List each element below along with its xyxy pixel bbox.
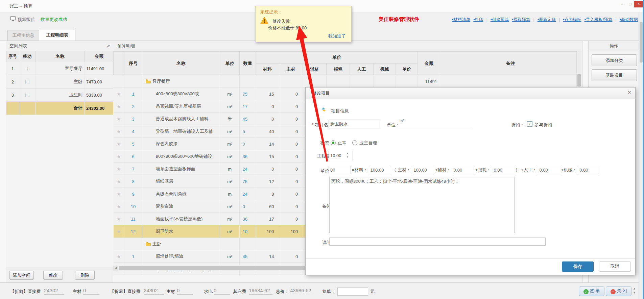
item-no-link[interactable]: 3 (124, 113, 142, 125)
collapse-icon[interactable]: « (107, 41, 110, 51)
remark-textarea[interactable]: 丙纶，国标300克；工艺：扫尘-平地-底油-面油-闭水试炼48小时； (329, 177, 515, 233)
machine-input[interactable] (578, 166, 600, 174)
discount-checkbox[interactable]: ✓ (527, 121, 532, 127)
water-electric-label: 水电 (204, 289, 213, 295)
scrollbar-thumb[interactable] (640, 22, 643, 63)
price-formula-row: =材料： （ 主材： +辅材： +损耗： ） +人工： +机械： (329, 166, 600, 174)
status-normal-radio[interactable] (331, 140, 336, 145)
stepper-arrows-icon[interactable]: ▲▼ (345, 151, 350, 160)
item-main-material: 0 (279, 100, 303, 113)
modify-item-dialog: 修改项目 × 项目信息 * 项目名称 单位： m² 折扣： ✓ 参与折扣 状态 … (305, 87, 636, 275)
item-main-material: 0 (279, 138, 303, 150)
item-name-input[interactable] (329, 120, 380, 128)
maximize-button[interactable]: □ (626, 1, 634, 7)
col-unit: 单位 (220, 52, 240, 75)
group-row[interactable]: 客厅餐厅11491 (114, 75, 581, 88)
page-vertical-scrollbar[interactable] (639, 12, 643, 299)
material-input[interactable] (369, 166, 391, 174)
unit-price-input[interactable] (329, 166, 351, 174)
item-no-link[interactable]: 2 (124, 100, 142, 113)
item-no-link[interactable]: 10 (124, 200, 142, 213)
close-order-button[interactable]: −关 闭 (606, 286, 631, 296)
move-up-icon[interactable]: ↑ (24, 79, 27, 84)
move-down-icon[interactable]: ↓ (26, 66, 29, 71)
item-no-link[interactable]: 4 (124, 125, 142, 138)
favorite-star-icon[interactable]: ★ (114, 213, 124, 225)
favorite-star-icon[interactable]: ★ (114, 188, 124, 200)
unit-input[interactable] (397, 120, 471, 129)
description-input[interactable] (329, 238, 546, 246)
add-space-button[interactable]: 添加空间 (9, 271, 34, 280)
item-unit: m² (220, 175, 240, 188)
favorite-star-icon[interactable]: ★ (114, 88, 124, 100)
toolbar-link[interactable]: •创建预算 (491, 17, 509, 23)
item-no-link[interactable]: 7 (124, 163, 142, 175)
item-no-link[interactable]: 1 (124, 250, 142, 263)
cancel-button[interactable]: 取消 (599, 261, 631, 272)
base-items-button[interactable]: 基装项目 (592, 69, 637, 81)
item-material: 0 (256, 100, 279, 113)
item-no-link[interactable]: 6 (124, 150, 142, 163)
favorite-star-icon[interactable]: ★ (114, 100, 124, 113)
item-no-link[interactable]: 9 (124, 188, 142, 200)
col-unit-price: 单价 (396, 64, 418, 75)
labor-input[interactable] (538, 166, 560, 174)
delete-space-button[interactable]: 删除 (75, 271, 95, 280)
space-row-name: 客厅餐厅 (35, 62, 85, 75)
pre-main-label: 主材 (73, 289, 81, 295)
favorite-star-icon[interactable]: ★ (114, 225, 124, 238)
favorite-star-icon[interactable]: ★ (114, 200, 124, 213)
item-name: 高级石膏阴角线 (142, 188, 220, 200)
favorite-star-icon[interactable]: ★ (114, 175, 124, 188)
favorite-star-icon[interactable]: ★ (114, 113, 124, 125)
main-material-input[interactable] (412, 166, 434, 174)
tab-detail-sheet[interactable]: 工程明细表 (39, 29, 75, 41)
favorite-star-icon[interactable]: ★ (114, 150, 124, 163)
item-material: 40 (256, 125, 279, 138)
toolbar-link[interactable]: •打印 (473, 17, 483, 23)
add-category-button[interactable]: 添加分类 (592, 54, 637, 66)
toolbar-link[interactable]: •提取预算 (512, 17, 530, 23)
space-row[interactable]: 3↑↓卫生间5338.00 (6, 89, 114, 102)
move-up-icon[interactable]: ↑ (24, 92, 27, 98)
sign-order-button[interactable]: ✓签 单 (579, 286, 604, 296)
move-down-icon[interactable]: ↓ (27, 92, 31, 98)
item-no-link[interactable]: 12 (124, 225, 142, 238)
group-name: 客厅餐厅 (142, 75, 220, 88)
scrollbar-thumb[interactable] (577, 74, 581, 86)
toolbar-link[interactable]: •导入模板/预算 (585, 17, 613, 23)
item-no-link[interactable]: 1 (124, 88, 142, 100)
item-qty: 10 (240, 225, 256, 238)
close-labor-label: ） +人工： (515, 167, 536, 173)
toolbar-link[interactable]: •存为模板 (563, 17, 581, 23)
dialog-close-icon[interactable]: × (628, 89, 631, 96)
tab-main-info[interactable]: 工程主信息 (7, 30, 39, 41)
item-no-link[interactable]: 8 (124, 175, 142, 188)
scroll-up-down-icons[interactable]: ▲▼ (633, 286, 636, 295)
item-name: 800×800或600×600地砖铺设 (142, 150, 220, 163)
favorite-star-icon[interactable]: ★ (114, 125, 124, 138)
sign-amount-input[interactable] (337, 288, 368, 296)
edit-space-button[interactable]: 修改 (43, 271, 63, 280)
aux-material-input[interactable] (452, 166, 474, 174)
space-row[interactable]: 2↑↓主卧7473.00 (6, 75, 114, 89)
loss-input[interactable] (492, 166, 514, 174)
alert-dismiss-link[interactable]: 我知道了 (328, 33, 346, 39)
dialog-header[interactable]: 修改项目 × (306, 88, 635, 99)
favorite-star-icon[interactable]: ★ (114, 163, 124, 175)
toolbar-link[interactable]: •基础数据 (620, 17, 638, 23)
save-button[interactable]: 保存 (562, 261, 594, 272)
toolbar-link[interactable]: •刷新定额 (538, 17, 556, 23)
status-owner-radio[interactable] (352, 140, 357, 145)
space-row[interactable]: 1↓客厅餐厅11491.00 (6, 62, 114, 75)
toolbar-link[interactable]: •材料清单 (452, 17, 470, 23)
favorite-star-icon[interactable]: ★ (114, 250, 124, 263)
close-button[interactable]: × (634, 1, 643, 7)
favorite-star-icon[interactable]: ★ (114, 138, 124, 150)
item-no-link[interactable]: 11 (124, 213, 142, 225)
water-electric-value: 0 (214, 288, 230, 295)
minimize-button[interactable]: – (618, 1, 626, 7)
scroll-left-icon[interactable]: ◀ (113, 266, 118, 271)
item-no-link[interactable]: 5 (124, 138, 142, 150)
move-down-icon[interactable]: ↓ (27, 79, 31, 84)
